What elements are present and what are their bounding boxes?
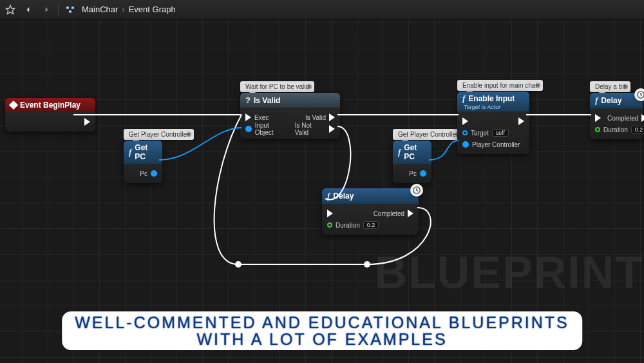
pin-label: Pc <box>409 170 417 177</box>
comment-text: Get Player Controller <box>398 131 458 138</box>
graph-canvas[interactable]: Event BeginPlay Get Player Controller ◉ … <box>0 0 644 363</box>
node-delay-1[interactable]: f Delay Completed Duration 0.2 <box>322 188 419 235</box>
node-enable-input[interactable]: f Enable Input Target is Actor Target se… <box>457 92 529 154</box>
exec-out-pin[interactable] <box>329 125 335 133</box>
node-title: ? Is Valid <box>240 93 340 108</box>
pin-label: Completed <box>607 115 638 122</box>
exec-out-pin[interactable] <box>408 210 413 217</box>
caption-line-2: WITH A LOT OF EXAMPLES <box>75 331 569 348</box>
exec-out-pin[interactable] <box>518 117 524 125</box>
comment-bubble[interactable]: Get Player Controller ◉ <box>124 129 194 140</box>
svg-marker-2 <box>6 5 14 14</box>
comment-text: Get Player Controller <box>129 131 189 138</box>
node-title-label: Event BeginPlay <box>20 101 80 110</box>
svg-rect-5 <box>69 10 71 12</box>
node-delay-2[interactable]: f Delay Completed Duration 0.2 <box>590 93 643 139</box>
data-in-pin[interactable] <box>245 126 252 132</box>
node-title: f Delay <box>322 188 419 204</box>
comment-bubble[interactable]: Wait for PC to be valid ◉ <box>240 81 314 92</box>
comment-text: Delay a bit <box>595 83 625 90</box>
macro-icon: ? <box>245 95 251 105</box>
exec-in-pin[interactable] <box>462 117 468 125</box>
exec-out-pin[interactable] <box>641 114 644 122</box>
node-title-label: Is Valid <box>254 96 280 105</box>
node-is-valid[interactable]: ? Is Valid Exec Is Valid Input Object Is… <box>240 93 340 139</box>
latent-clock-icon <box>410 184 423 197</box>
exec-in-pin[interactable] <box>327 210 333 217</box>
node-title-label: Get PC <box>135 143 157 161</box>
exec-in-pin[interactable] <box>595 114 601 122</box>
nav-back-button[interactable] <box>22 3 35 16</box>
comment-bubble[interactable]: Delay a bit ◉ <box>590 81 630 92</box>
comment-text: Wait for PC to be valid <box>245 83 309 90</box>
function-icon: f <box>462 93 465 104</box>
svg-rect-4 <box>71 6 74 8</box>
latent-clock-icon <box>634 88 644 101</box>
default-value[interactable]: self <box>492 129 509 137</box>
node-get-pc-2[interactable]: f Get PC Pc <box>393 141 431 183</box>
graph-toolbar: MainChar › Event Graph <box>0 0 644 19</box>
breadcrumb[interactable]: MainChar › Event Graph <box>82 5 176 14</box>
nav-forward-button[interactable] <box>40 3 53 16</box>
comment-text: Enable input for main char <box>462 82 538 89</box>
node-title-label: Delay <box>333 191 354 201</box>
node-title: Event BeginPlay <box>5 98 95 112</box>
pin-icon: ◉ <box>623 83 628 88</box>
node-title: f Enable Input Target is Actor <box>457 92 529 112</box>
node-title-label: Get PC <box>404 143 426 161</box>
function-icon: f <box>595 95 598 106</box>
breadcrumb-root[interactable]: MainChar <box>82 5 118 14</box>
pin-icon: ◉ <box>307 83 312 88</box>
graph-view-icon[interactable] <box>64 3 77 16</box>
pin-label: Exec <box>254 114 269 121</box>
pin-label: Target <box>471 130 489 137</box>
pin-label: Completed <box>374 210 404 217</box>
breadcrumb-leaf[interactable]: Event Graph <box>129 5 176 14</box>
data-in-pin[interactable] <box>462 141 469 148</box>
caption-line-1: WELL-COMMENTED AND EDUCATIONAL BLUEPRINT… <box>75 314 569 331</box>
data-in-pin[interactable] <box>327 222 332 228</box>
pin-label: Duration <box>336 222 360 229</box>
exec-out-pin[interactable] <box>329 113 335 121</box>
function-icon: f <box>129 147 131 157</box>
node-get-pc-1[interactable]: f Get PC Pc <box>124 141 162 183</box>
favorite-star-icon[interactable] <box>4 3 17 16</box>
pin-label: Is Valid <box>305 114 326 121</box>
pin-label: Player Controller <box>472 141 520 148</box>
pin-label: Pc <box>140 170 147 177</box>
function-icon: f <box>327 191 330 201</box>
pin-label: Duration <box>603 126 628 133</box>
default-value[interactable]: 0.2 <box>631 126 644 133</box>
pin-icon: ◉ <box>186 130 191 135</box>
node-title-label: Delay <box>601 96 621 105</box>
svg-rect-3 <box>66 6 69 8</box>
node-subtitle: Target is Actor <box>464 104 524 110</box>
comment-bubble[interactable]: Enable input for main char ◉ <box>457 80 543 91</box>
data-in-pin[interactable] <box>462 130 468 135</box>
pin-icon: ◉ <box>535 81 540 86</box>
comment-bubble[interactable]: Get Player Controller ◉ <box>393 129 463 140</box>
node-title: f Get PC <box>124 141 162 164</box>
pin-label: Is Not Valid <box>295 122 326 136</box>
default-value[interactable]: 0.2 <box>363 221 379 229</box>
node-title-label: Enable Input <box>468 94 515 103</box>
node-event-beginplay[interactable]: Event BeginPlay <box>5 98 95 132</box>
data-in-pin[interactable] <box>595 127 600 132</box>
pin-label: Input Object <box>255 122 289 136</box>
data-out-pin[interactable] <box>420 170 426 177</box>
chevron-right-icon: › <box>122 5 124 14</box>
exec-in-pin[interactable] <box>245 113 251 121</box>
toolbar-separator <box>58 4 59 15</box>
node-title: f Get PC <box>393 141 431 164</box>
exec-out-pin[interactable] <box>84 118 90 126</box>
caption-banner: WELL-COMMENTED AND EDUCATIONAL BLUEPRINT… <box>62 311 582 351</box>
event-icon <box>9 101 18 110</box>
data-out-pin[interactable] <box>151 170 157 177</box>
function-icon: f <box>398 147 401 157</box>
